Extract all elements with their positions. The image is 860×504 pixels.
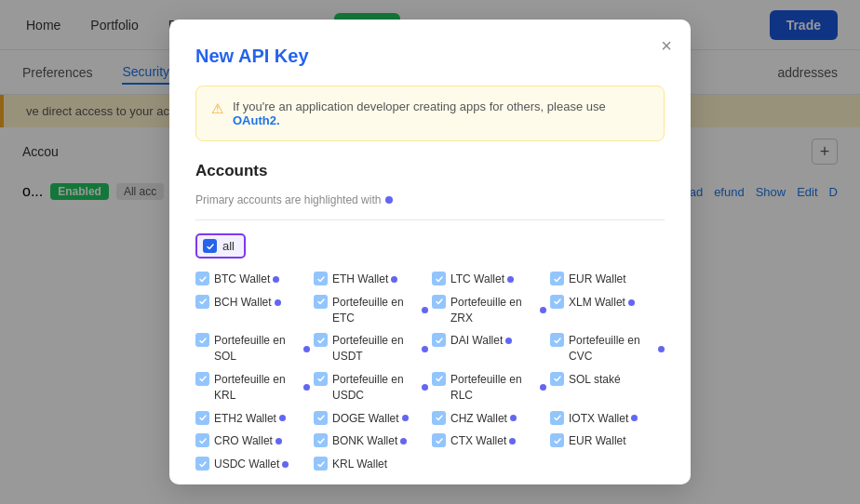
wallet-checkbox[interactable]: [432, 372, 446, 386]
wallet-name: ETH Wallet: [332, 272, 397, 287]
wallet-item[interactable]: SOL staké: [550, 372, 665, 404]
wallet-label: Portefeuille en ZRX: [450, 295, 537, 326]
wallet-item[interactable]: Portefeuille en KRL: [195, 372, 310, 404]
wallet-item[interactable]: BCH Wallet: [195, 295, 310, 326]
wallet-label: ETH2 Wallet: [214, 411, 276, 427]
primary-dot-icon: [385, 196, 393, 204]
wallet-checkbox[interactable]: [550, 333, 564, 347]
wallet-primary-dot-icon: [510, 415, 517, 421]
wallet-name: Portefeuille en SOL: [214, 333, 310, 365]
wallet-item[interactable]: Portefeuille en ZRX: [432, 295, 546, 326]
wallet-item[interactable]: CTX Wallet: [432, 433, 546, 449]
wallet-item[interactable]: BTC Wallet: [195, 272, 310, 287]
wallet-checkbox[interactable]: [432, 272, 446, 285]
wallet-primary-dot-icon: [540, 307, 546, 313]
wallet-item[interactable]: Portefeuille en CVC: [550, 333, 665, 365]
wallet-primary-dot-icon: [273, 276, 279, 283]
wallet-checkbox[interactable]: [550, 411, 564, 425]
wallet-name: Portefeuille en ETC: [332, 295, 428, 326]
wallet-item[interactable]: EUR Wallet: [550, 433, 665, 449]
wallet-item[interactable]: Portefeuille en RLC: [432, 372, 546, 404]
wallet-checkbox[interactable]: [432, 333, 446, 347]
wallet-checkbox[interactable]: [432, 433, 446, 447]
wallet-label: LTC Wallet: [450, 272, 504, 287]
wallet-primary-dot-icon: [282, 461, 289, 468]
wallet-primary-dot-icon: [303, 346, 310, 352]
wallet-item[interactable]: EUR Wallet: [550, 272, 665, 287]
wallet-item[interactable]: Portefeuille en ETC: [314, 295, 428, 326]
wallet-name: Portefeuille en RLC: [450, 372, 546, 404]
wallet-checkbox[interactable]: [195, 433, 209, 447]
wallet-item[interactable]: IOTX Wallet: [550, 411, 665, 427]
wallet-primary-dot-icon: [507, 276, 514, 283]
wallet-checkbox[interactable]: [195, 372, 209, 386]
wallet-name: Portefeuille en ZRX: [450, 295, 546, 326]
wallet-label: BCH Wallet: [214, 295, 272, 311]
wallet-checkbox[interactable]: [195, 411, 209, 425]
wallet-item[interactable]: ETH Wallet: [314, 272, 428, 287]
wallet-checkbox[interactable]: [195, 295, 209, 309]
wallet-checkbox[interactable]: [314, 457, 328, 471]
all-checkbox-wrapper[interactable]: all: [195, 233, 246, 259]
wallet-checkbox[interactable]: [314, 372, 328, 386]
wallet-checkbox[interactable]: [314, 411, 328, 425]
wallet-name: KRL Wallet: [332, 457, 387, 472]
wallet-item[interactable]: Portefeuille en SOL: [195, 333, 310, 365]
wallet-name: IOTX Wallet: [569, 411, 638, 427]
wallet-checkbox[interactable]: [550, 295, 564, 309]
wallet-name: Portefeuille en KRL: [214, 372, 310, 404]
wallet-label: IOTX Wallet: [569, 411, 628, 427]
wallet-item[interactable]: KRL Wallet: [314, 457, 428, 472]
wallet-item[interactable]: USDC Wallet: [195, 457, 310, 472]
warning-box: ⚠ If you're an application developer cre…: [195, 86, 665, 141]
oauth2-link[interactable]: OAuth2.: [233, 113, 280, 127]
wallet-label: CRO Wallet: [214, 433, 273, 449]
wallet-name: CHZ Wallet: [450, 411, 517, 427]
wallet-label: DOGE Wallet: [332, 411, 399, 427]
wallet-name: USDC Wallet: [214, 457, 289, 472]
wallet-checkbox[interactable]: [432, 411, 446, 425]
wallet-item[interactable]: DAI Wallet: [432, 333, 546, 365]
wallet-label: Portefeuille en ETC: [332, 295, 419, 326]
wallet-checkbox[interactable]: [550, 372, 564, 386]
wallet-label: EUR Wallet: [569, 272, 626, 287]
wallet-primary-dot-icon: [631, 415, 638, 421]
wallet-checkbox[interactable]: [314, 272, 328, 285]
wallet-item[interactable]: Portefeuille en USDT: [314, 333, 428, 365]
wallet-checkbox[interactable]: [550, 272, 564, 285]
wallet-item[interactable]: ETH2 Wallet: [195, 411, 310, 427]
wallet-primary-dot-icon: [422, 384, 428, 391]
wallet-name: LTC Wallet: [450, 272, 514, 287]
wallet-name: EUR Wallet: [569, 272, 626, 287]
wallet-checkbox[interactable]: [314, 433, 328, 447]
wallet-item[interactable]: CRO Wallet: [195, 433, 310, 449]
wallet-name: DOGE Wallet: [332, 411, 409, 427]
wallet-item[interactable]: DOGE Wallet: [314, 411, 428, 427]
modal-close-button[interactable]: ×: [661, 36, 672, 55]
wallet-item[interactable]: BONK Wallet: [314, 433, 428, 449]
wallet-label: ETH Wallet: [332, 272, 388, 287]
wallet-item[interactable]: XLM Wallet: [550, 295, 665, 326]
warning-icon: ⚠: [211, 100, 223, 117]
wallet-checkbox[interactable]: [432, 295, 446, 309]
all-label: all: [222, 239, 235, 253]
wallet-checkbox[interactable]: [550, 433, 564, 447]
wallet-name: BTC Wallet: [214, 272, 279, 287]
wallet-checkbox[interactable]: [195, 457, 209, 471]
wallet-checkbox[interactable]: [314, 333, 328, 347]
wallet-name: XLM Wallet: [569, 295, 635, 311]
wallet-checkbox[interactable]: [195, 272, 209, 285]
wallet-item[interactable]: Portefeuille en USDC: [314, 372, 428, 404]
wallet-primary-dot-icon: [422, 307, 428, 313]
wallet-primary-dot-icon: [279, 415, 286, 421]
wallet-checkbox[interactable]: [314, 295, 328, 309]
primary-hint: Primary accounts are highlighted with: [195, 193, 665, 206]
wallet-checkbox[interactable]: [195, 333, 209, 347]
wallet-label: BONK Wallet: [332, 433, 397, 449]
all-checkbox[interactable]: [203, 239, 217, 253]
wallet-name: BONK Wallet: [332, 433, 407, 449]
wallet-item[interactable]: LTC Wallet: [432, 272, 546, 287]
wallet-label: Portefeuille en CVC: [569, 333, 655, 365]
wallet-item[interactable]: CHZ Wallet: [432, 411, 546, 427]
wallet-label: Portefeuille en SOL: [214, 333, 301, 365]
